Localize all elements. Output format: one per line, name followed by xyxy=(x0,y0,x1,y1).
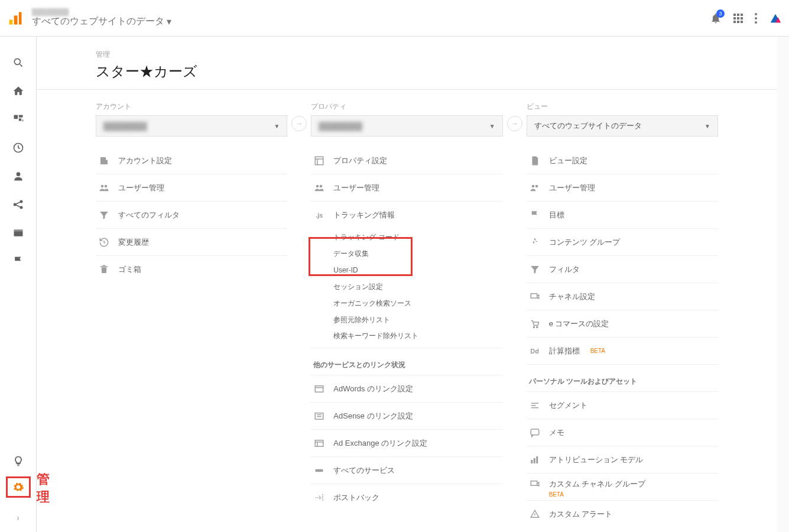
all-services[interactable]: すべてのサービス xyxy=(311,457,502,484)
col-divider-1: → xyxy=(287,102,311,527)
svg-point-38 xyxy=(531,184,534,187)
search-exclusion[interactable]: 検索キーワード除外リスト xyxy=(311,328,502,348)
organic-sources[interactable]: オーガニック検索ソース xyxy=(311,295,502,312)
trash-icon xyxy=(98,264,110,275)
admin-columns: アカウント ████████ ▼ アカウント設定 ユーザー管理 すべてのフィルタ… xyxy=(37,90,777,527)
svg-line-6 xyxy=(20,64,22,67)
menu-label: 計算指標 xyxy=(549,346,580,356)
view-filters[interactable]: フィルタ xyxy=(527,256,718,283)
nav-admin[interactable] xyxy=(0,475,37,504)
filter-icon xyxy=(529,264,541,275)
account-filters[interactable]: すべてのフィルタ xyxy=(96,202,287,229)
menu-label: ポストバック xyxy=(333,492,379,503)
referral-exclusion[interactable]: 参照元除外リスト xyxy=(311,312,502,328)
ga-logo-icon[interactable] xyxy=(7,10,24,27)
property-dropdown[interactable]: ████████ ▼ xyxy=(311,115,502,137)
nav-search[interactable] xyxy=(0,48,37,77)
property-settings[interactable]: プロパティ設定 xyxy=(311,147,502,174)
svg-point-14 xyxy=(20,200,22,202)
nav-home[interactable] xyxy=(0,77,37,105)
header-right: 3 xyxy=(710,12,782,25)
svg-rect-21 xyxy=(106,160,108,164)
adexchange-link[interactable]: Ad Exchange のリンク設定 xyxy=(311,430,502,457)
account-trash[interactable]: ゴミ箱 xyxy=(96,256,287,283)
account-dropdown[interactable]: ████████ ▼ xyxy=(96,115,287,137)
menu-label: 目標 xyxy=(549,210,564,220)
svg-rect-51 xyxy=(531,481,537,486)
app-header: ████████ すべてのウェブサイトのデータ ▾ 3 xyxy=(0,0,789,37)
menu-label: 変更履歴 xyxy=(118,237,149,248)
menu-label: ゴミ箱 xyxy=(118,264,141,275)
box-icon xyxy=(313,437,325,449)
segments[interactable]: セグメント xyxy=(527,392,718,419)
view-users[interactable]: ユーザー管理 xyxy=(527,174,718,202)
account-selected: ████████ xyxy=(103,122,147,131)
svg-rect-7 xyxy=(14,115,18,119)
annotations[interactable]: メモ xyxy=(527,419,718,446)
postback[interactable]: ポストバック xyxy=(311,484,502,511)
view-goals[interactable]: 目標 xyxy=(527,202,718,229)
menu-label: プロパティ設定 xyxy=(333,155,387,166)
svg-rect-29 xyxy=(316,385,324,392)
dd-icon: Dd xyxy=(529,345,541,357)
svg-rect-48 xyxy=(531,460,533,463)
apps-icon[interactable] xyxy=(733,14,743,23)
menu-label: コンテンツ グループ xyxy=(549,237,621,248)
view-dropdown[interactable]: すべてのウェブサイトのデータ ▼ xyxy=(527,115,718,137)
svg-rect-20 xyxy=(100,157,106,164)
notifications-button[interactable]: 3 xyxy=(710,12,722,24)
menu-label: AdSense のリンク設定 xyxy=(333,411,413,421)
search-icon xyxy=(12,57,24,69)
more-menu-icon[interactable] xyxy=(755,13,757,24)
property-column: プロパティ ████████ ▼ プロパティ設定 ユーザー管理 .jsトラッキン… xyxy=(311,102,502,527)
nav-collapse[interactable]: › xyxy=(0,504,37,532)
nav-acquisition[interactable] xyxy=(0,190,37,219)
account-users[interactable]: ユーザー管理 xyxy=(96,174,287,202)
content-groups[interactable]: コンテンツ グループ xyxy=(527,229,718,256)
account-settings[interactable]: アカウント設定 xyxy=(96,147,287,174)
svg-rect-37 xyxy=(316,469,324,472)
nav-discover[interactable] xyxy=(0,447,37,475)
user-id[interactable]: User-ID xyxy=(311,262,502,278)
arrow-right-icon[interactable]: → xyxy=(507,116,522,131)
nav-conversions[interactable] xyxy=(0,247,37,275)
account-history[interactable]: 変更履歴 xyxy=(96,229,287,256)
channel-icon xyxy=(529,478,541,490)
adwords-link[interactable]: AdWords のリンク設定 xyxy=(311,375,502,403)
svg-rect-24 xyxy=(316,157,324,165)
svg-rect-34 xyxy=(316,440,324,446)
ecommerce-settings[interactable]: e コマースの設定 xyxy=(527,310,718,338)
svg-point-15 xyxy=(20,206,22,208)
calculated-metrics[interactable]: Dd計算指標BETA xyxy=(527,338,718,365)
nav-audience[interactable] xyxy=(0,162,37,190)
partner-logo-icon[interactable] xyxy=(769,12,782,25)
svg-point-40 xyxy=(534,238,535,240)
nav-realtime[interactable] xyxy=(0,134,37,162)
session-settings[interactable]: セッション設定 xyxy=(311,278,502,295)
menu-label: カスタム チャネル グループ xyxy=(549,479,645,489)
adsense-link[interactable]: AdSense のリンク設定 xyxy=(311,403,502,430)
nav-customization[interactable]: + xyxy=(0,105,37,134)
link-section-label: 他のサービスとのリンク状況 xyxy=(311,348,502,375)
arrow-right-icon[interactable]: → xyxy=(291,116,307,131)
home-icon xyxy=(12,85,24,97)
channel-settings[interactable]: チャネル設定 xyxy=(527,283,718,310)
body-area: + › 管理 管理 スター★カーズ アカウント xyxy=(0,37,789,532)
view-settings[interactable]: ビュー設定 xyxy=(527,147,718,174)
subtitle-text: すべてのウェブサイトのデータ xyxy=(32,15,164,28)
tracking-info[interactable]: .jsトラッキング情報 xyxy=(311,202,502,229)
building-icon xyxy=(98,155,110,167)
beta-badge: BETA xyxy=(527,491,718,500)
data-collection[interactable]: データ収集 xyxy=(311,245,502,262)
header-title-block[interactable]: ████████ すべてのウェブサイトのデータ ▾ xyxy=(32,8,171,28)
attribution-models[interactable]: アトリビューション モデル xyxy=(527,446,718,473)
view-selected: すべてのウェブサイトのデータ xyxy=(534,121,642,131)
note-icon xyxy=(529,427,541,439)
property-users[interactable]: ユーザー管理 xyxy=(311,174,502,202)
admin-annotation: 管理 xyxy=(37,471,50,506)
layout-icon xyxy=(313,155,325,167)
custom-alerts[interactable]: カスタム アラート xyxy=(527,500,718,527)
nav-behavior[interactable] xyxy=(0,219,37,247)
tracking-code[interactable]: トラッキング コード xyxy=(311,229,502,245)
svg-rect-0 xyxy=(9,20,13,24)
